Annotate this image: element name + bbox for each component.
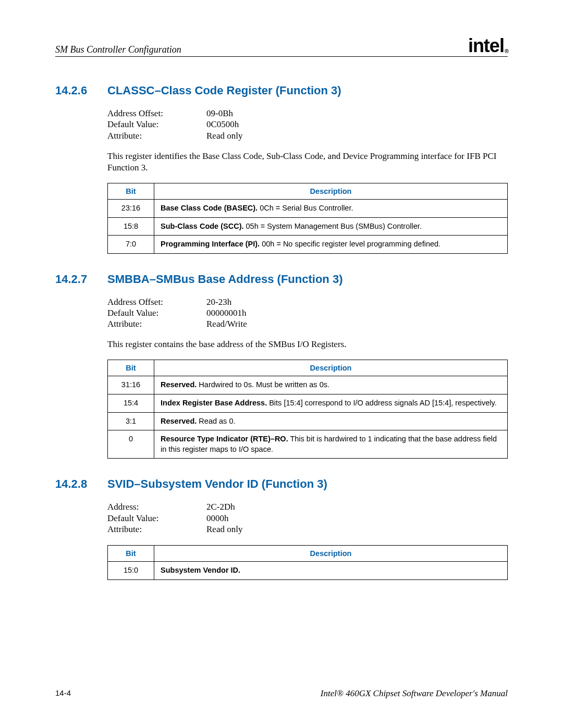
- attr-label: Default Value:: [107, 513, 206, 524]
- cell-desc: Base Class Code (BASEC). 0Ch = Serial Bu…: [154, 199, 508, 217]
- attr-label: Address Offset:: [107, 108, 206, 119]
- cell-bit: 3:1: [108, 412, 154, 430]
- desc-bold: Reserved.: [161, 417, 197, 425]
- desc-bold: Base Class Code (BASEC).: [161, 204, 258, 212]
- th-bit: Bit: [108, 546, 154, 562]
- desc-bold: Subsystem Vendor ID.: [161, 566, 240, 574]
- table-row: 31:16 Reserved. Hardwired to 0s. Must be…: [108, 376, 508, 394]
- desc-bold: Sub-Class Code (SCC).: [161, 222, 244, 230]
- register-table-classc: Bit Description 23:16 Base Class Code (B…: [107, 183, 508, 254]
- table-row: 3:1 Reserved. Read as 0.: [108, 412, 508, 430]
- section-heading-1428: 14.2.8 SVID–Subsystem Vendor ID (Functio…: [55, 477, 508, 491]
- attr-label: Default Value:: [107, 119, 206, 130]
- cell-desc: Programming Interface (PI). 00h = No spe…: [154, 236, 508, 254]
- cell-bit: 23:16: [108, 199, 154, 217]
- desc-text: Hardwired to 0s. Must be written as 0s.: [197, 380, 329, 389]
- logo-registered: ®: [505, 48, 508, 54]
- table-header-row: Bit Description: [108, 360, 508, 376]
- cell-bit: 15:8: [108, 217, 154, 236]
- section-paragraph: This register contains the base address …: [107, 339, 508, 350]
- page-footer: 14-4 Intel® 460GX Chipset Software Devel…: [55, 688, 508, 699]
- register-table-svid: Bit Description 15:0 Subsystem Vendor ID…: [107, 545, 508, 580]
- attr-label: Default Value:: [107, 307, 206, 318]
- cell-bit: 15:0: [108, 562, 154, 580]
- desc-bold: Resource Type Indicator (RTE)–RO.: [161, 435, 288, 443]
- attr-value: 0C0500h: [206, 119, 239, 130]
- section-body-1426: Address Offset: 09-0Bh Default Value: 0C…: [107, 108, 508, 254]
- section-title: SVID–Subsystem Vendor ID (Function 3): [107, 477, 327, 491]
- section-body-1428: Address: 2C-2Dh Default Value: 0000h Att…: [107, 501, 508, 579]
- cell-desc: Reserved. Hardwired to 0s. Must be writt…: [154, 376, 508, 394]
- section-paragraph: This register identifies the Base Class …: [107, 151, 508, 174]
- attr-label: Attribute:: [107, 318, 206, 329]
- table-row: 7:0 Programming Interface (PI). 00h = No…: [108, 236, 508, 254]
- footer-manual-title: Intel® 460GX Chipset Software Developer'…: [321, 688, 508, 699]
- attr-value: Read only: [206, 130, 242, 141]
- attr-value: 00000001h: [206, 307, 247, 318]
- th-description: Description: [154, 183, 508, 199]
- desc-text: Read as 0.: [197, 417, 235, 425]
- attr-value: Read/Write: [206, 318, 247, 329]
- table-header-row: Bit Description: [108, 546, 508, 562]
- cell-desc: Resource Type Indicator (RTE)–RO. This b…: [154, 430, 508, 459]
- attr-value: 09-0Bh: [206, 108, 233, 119]
- cell-bit: 0: [108, 430, 154, 459]
- intel-logo: intel®: [468, 36, 508, 55]
- desc-text: 05h = System Management Bus (SMBus) Cont…: [244, 222, 422, 230]
- attr-row: Default Value: 0000h: [107, 513, 508, 524]
- table-row: 0 Resource Type Indicator (RTE)–RO. This…: [108, 430, 508, 459]
- table-row: 15:0 Subsystem Vendor ID.: [108, 562, 508, 580]
- desc-text: 0Ch = Serial Bus Controller.: [258, 204, 353, 212]
- section-body-1427: Address Offset: 20-23h Default Value: 00…: [107, 297, 508, 459]
- attr-value: 2C-2Dh: [206, 501, 235, 512]
- section-title: SMBBA–SMBus Base Address (Function 3): [107, 273, 342, 286]
- attr-label: Attribute:: [107, 524, 206, 535]
- desc-bold: Index Register Base Address.: [161, 399, 267, 407]
- cell-bit: 31:16: [108, 376, 154, 394]
- section-number: 14.2.8: [55, 477, 107, 491]
- section-number: 14.2.6: [55, 84, 107, 97]
- desc-bold: Reserved.: [161, 380, 197, 389]
- attr-row: Attribute: Read/Write: [107, 318, 508, 329]
- footer-page-number: 14-4: [55, 688, 71, 699]
- section-heading-1426: 14.2.6 CLASSC–Class Code Register (Funct…: [55, 84, 508, 97]
- attr-row: Default Value: 00000001h: [107, 307, 508, 318]
- th-description: Description: [154, 546, 508, 562]
- attr-row: Default Value: 0C0500h: [107, 119, 508, 130]
- desc-text: Bits [15:4] correspond to I/O address si…: [267, 399, 497, 407]
- logo-text: intel: [468, 35, 504, 56]
- page-header: SM Bus Controller Configuration intel®: [55, 36, 508, 57]
- page: SM Bus Controller Configuration intel® 1…: [0, 0, 563, 728]
- attr-row: Address Offset: 09-0Bh: [107, 108, 508, 119]
- th-bit: Bit: [108, 360, 154, 376]
- attr-row: Address Offset: 20-23h: [107, 297, 508, 307]
- section-heading-1427: 14.2.7 SMBBA–SMBus Base Address (Functio…: [55, 273, 508, 286]
- cell-desc: Index Register Base Address. Bits [15:4]…: [154, 394, 508, 413]
- cell-desc: Subsystem Vendor ID.: [154, 562, 508, 580]
- cell-bit: 7:0: [108, 236, 154, 254]
- register-table-smbba: Bit Description 31:16 Reserved. Hardwire…: [107, 360, 508, 459]
- attr-value: 20-23h: [206, 297, 231, 307]
- attr-label: Attribute:: [107, 130, 206, 141]
- attr-value: Read only: [206, 524, 242, 535]
- attr-label: Address Offset:: [107, 297, 206, 307]
- desc-bold: Programming Interface (PI).: [161, 240, 260, 248]
- table-header-row: Bit Description: [108, 183, 508, 199]
- section-title: CLASSC–Class Code Register (Function 3): [107, 84, 341, 97]
- cell-desc: Sub-Class Code (SCC). 05h = System Manag…: [154, 217, 508, 236]
- cell-desc: Reserved. Read as 0.: [154, 412, 508, 430]
- attr-row: Attribute: Read only: [107, 130, 508, 141]
- table-row: 23:16 Base Class Code (BASEC). 0Ch = Ser…: [108, 199, 508, 217]
- attr-value: 0000h: [206, 513, 229, 524]
- table-row: 15:4 Index Register Base Address. Bits […: [108, 394, 508, 413]
- cell-bit: 15:4: [108, 394, 154, 413]
- desc-text: 00h = No specific register level program…: [260, 240, 440, 248]
- attr-row: Address: 2C-2Dh: [107, 501, 508, 512]
- section-number: 14.2.7: [55, 273, 107, 286]
- table-row: 15:8 Sub-Class Code (SCC). 05h = System …: [108, 217, 508, 236]
- header-title: SM Bus Controller Configuration: [55, 44, 181, 55]
- attr-row: Attribute: Read only: [107, 524, 508, 535]
- attr-label: Address:: [107, 501, 206, 512]
- th-description: Description: [154, 360, 508, 376]
- th-bit: Bit: [108, 183, 154, 199]
